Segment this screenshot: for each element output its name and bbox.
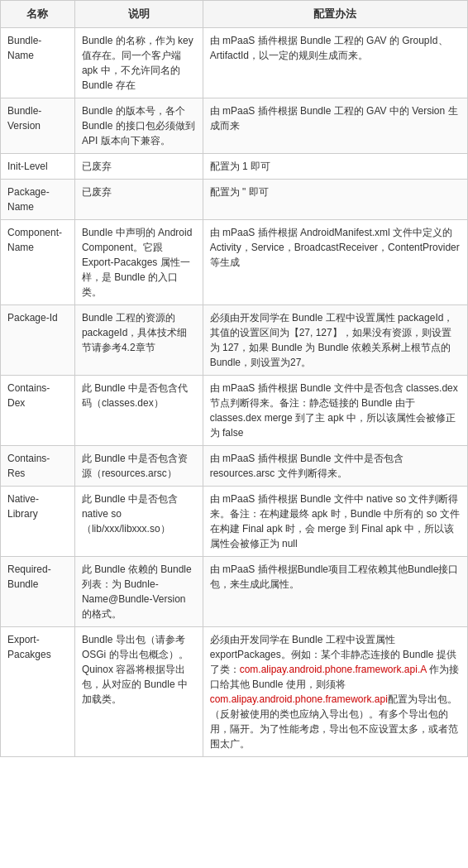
- table-row: Bundle- VersionBundle 的版本号，各个 Bundle 的接口…: [1, 98, 468, 153]
- table-row: Native- Library此 Bundle 中是否包含 native so（…: [1, 486, 468, 556]
- main-table: 名称 说明 配置办法 Bundle- NameBundle 的名称，作为 key…: [0, 0, 468, 757]
- cell-config: 必须由开发同学在 Bundle 工程中设置属性 packageId，其值的设置区…: [203, 305, 467, 375]
- cell-config: 由 mPaaS 插件根据 AndroidManifest.xml 文件中定义的 …: [203, 219, 467, 305]
- cell-name: Package- Name: [1, 179, 75, 219]
- cell-name: Bundle- Name: [1, 27, 75, 98]
- cell-name: Contains- Res: [1, 445, 75, 486]
- header-desc: 说明: [74, 1, 203, 28]
- cell-config: 由 mPaaS 插件根据 Bundle 文件中 native so 文件判断得来…: [203, 486, 467, 556]
- cell-desc: 此 Bundle 依赖的 Bundle 列表：为 Budnle-Name@Bun…: [74, 556, 203, 626]
- cell-desc: 已废弃: [74, 179, 203, 219]
- cell-config: 必须由开发同学在 Bundle 工程中设置属性 exportPackages。例…: [203, 626, 467, 756]
- cell-desc: Bundle 的名称，作为 key 值存在。同一个客户端 apk 中，不允许同名…: [74, 27, 203, 98]
- config-text-red2: com.alipay.android.phone.framework.api: [210, 693, 388, 705]
- header-config: 配置办法: [203, 1, 467, 28]
- cell-desc: 已废弃: [74, 153, 203, 179]
- cell-name: Bundle- Version: [1, 98, 75, 153]
- table-row: Package- Name已废弃配置为 " 即可: [1, 179, 468, 219]
- table-row: Contains- Res此 Bundle 中是否包含资源（resources.…: [1, 445, 468, 486]
- cell-name: Contains- Dex: [1, 375, 75, 445]
- cell-config: 配置为 " 即可: [203, 179, 467, 219]
- cell-config: 由 mPaaS 插件根据 Bundle 工程的 GAV 的 GroupId、Ar…: [203, 27, 467, 98]
- cell-desc: 此 Bundle 中是否包含代码（classes.dex）: [74, 375, 203, 445]
- header-name: 名称: [1, 1, 75, 28]
- cell-name: Package-Id: [1, 305, 75, 375]
- table-row: Package-IdBundle 工程的资源的 packageId，具体技术细节…: [1, 305, 468, 375]
- cell-desc: 此 Bundle 中是否包含资源（resources.arsc）: [74, 445, 203, 486]
- cell-name: Required- Bundle: [1, 556, 75, 626]
- table-row: Contains- Dex此 Bundle 中是否包含代码（classes.de…: [1, 375, 468, 445]
- cell-name: Native- Library: [1, 486, 75, 556]
- table-row: Init-Level已废弃配置为 1 即可: [1, 153, 468, 179]
- cell-desc: Bundle 的版本号，各个 Bundle 的接口包必须做到 API 版本向下兼…: [74, 98, 203, 153]
- cell-name: Component- Name: [1, 219, 75, 305]
- table-row: Required- Bundle此 Bundle 依赖的 Bundle 列表：为…: [1, 556, 468, 626]
- config-text-red1: com.alipay.android.phone.framework.api.A: [240, 664, 427, 675]
- table-row: Export- PacakgesBundle 导出包（请参考 OSGi 的导出包…: [1, 626, 468, 756]
- cell-name: Export- Pacakges: [1, 626, 75, 756]
- cell-desc: Bundle 工程的资源的 packageId，具体技术细节请参考4.2章节: [74, 305, 203, 375]
- cell-desc: 此 Bundle 中是否包含 native so（lib/xxx/libxxx.…: [74, 486, 203, 556]
- cell-config: 由 mPaaS 插件根据 Bundle 工程的 GAV 中的 Version 生…: [203, 98, 467, 153]
- cell-desc: Bundle 导出包（请参考 OSGi 的导出包概念）。Quinox 容器将根据…: [74, 626, 203, 756]
- table-row: Component- NameBundle 中声明的 Android Compo…: [1, 219, 468, 305]
- cell-config: 配置为 1 即可: [203, 153, 467, 179]
- cell-desc: Bundle 中声明的 Android Component。它跟 Export-…: [74, 219, 203, 305]
- table-row: Bundle- NameBundle 的名称，作为 key 值存在。同一个客户端…: [1, 27, 468, 98]
- cell-config: 由 mPaaS 插件根据 Bundle 文件中是否包含 resources.ar…: [203, 445, 467, 486]
- cell-config: 由 mPaaS 插件根据 Bundle 文件中是否包含 classes.dex …: [203, 375, 467, 445]
- cell-config: 由 mPaaS 插件根据Bundle项目工程依赖其他Bundle接口包，来生成此…: [203, 556, 467, 626]
- cell-name: Init-Level: [1, 153, 75, 179]
